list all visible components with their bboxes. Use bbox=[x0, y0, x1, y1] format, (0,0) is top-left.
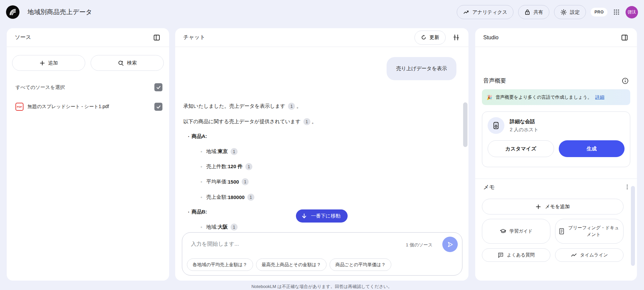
field-value: 大阪 bbox=[218, 224, 228, 230]
arrow-down-icon bbox=[301, 213, 307, 219]
language-banner: 🎉 音声概要をより多くの言語で作成しましょう。 詳細 bbox=[482, 89, 630, 105]
plus-icon bbox=[40, 60, 45, 66]
apps-grid-icon[interactable] bbox=[612, 8, 621, 16]
scroll-to-bottom-button[interactable]: 一番下に移動 bbox=[296, 209, 348, 223]
suggestion-chips: 各地域の平均売上金額は？ 最高売上商品とその金額は？ 商品ごとの平均単価は？ bbox=[187, 258, 391, 271]
source-actions: 追加 検索 bbox=[12, 55, 164, 71]
user-message-bubble: 売り上げデータを表示 bbox=[387, 57, 456, 80]
suggestion-chip[interactable]: 最高売上商品とその金額は？ bbox=[256, 258, 327, 271]
settings-button[interactable]: 設定 bbox=[554, 5, 586, 19]
field-label: 売上金額: bbox=[206, 194, 228, 200]
notebooklm-logo-icon[interactable] bbox=[6, 5, 19, 19]
search-sources-button[interactable]: 検索 bbox=[91, 55, 164, 71]
suggestion-chip[interactable]: 各地域の平均売上金額は？ bbox=[187, 258, 253, 271]
zigzag-line-icon bbox=[571, 252, 577, 258]
customize-button[interactable]: カスタマイズ bbox=[488, 140, 554, 157]
add-source-button[interactable]: 追加 bbox=[12, 55, 85, 71]
party-popper-icon: 🎉 bbox=[487, 95, 492, 100]
assistant-period: 。 bbox=[296, 103, 301, 109]
scroll-to-bottom-label: 一番下に移動 bbox=[311, 213, 340, 219]
deep-dive-card: 詳細な会話 2 人のホスト カスタマイズ 生成 bbox=[482, 111, 630, 167]
chat-input[interactable]: 入力を開始します... bbox=[191, 241, 239, 248]
source-checkbox[interactable] bbox=[154, 103, 162, 111]
search-sources-label: 検索 bbox=[127, 60, 137, 66]
analytics-button[interactable]: アナリティクス bbox=[457, 5, 514, 19]
citation-chip[interactable]: 1 bbox=[231, 148, 238, 155]
citation-chip[interactable]: 1 bbox=[247, 194, 254, 201]
info-icon[interactable] bbox=[620, 75, 631, 87]
assistant-text: 以下の商品に関する売上データが提供されています bbox=[183, 118, 301, 125]
briefing-doc-button[interactable]: ブリーフィング・ドキュメント bbox=[555, 219, 624, 244]
product-name: 商品A: bbox=[192, 133, 207, 140]
faq-button[interactable]: よくある質問 bbox=[482, 248, 550, 262]
audio-overview-title: 音声概要 bbox=[483, 77, 506, 85]
select-all-checkbox[interactable] bbox=[154, 83, 162, 91]
study-guide-button[interactable]: 学習ガイド bbox=[482, 219, 550, 244]
citation-chip[interactable]: 1 bbox=[288, 103, 295, 110]
studio-scrollbar[interactable] bbox=[631, 186, 635, 266]
add-note-label: メモを追加 bbox=[545, 203, 570, 210]
source-count-label: 1 個のソース bbox=[406, 242, 433, 248]
faq-label: よくある質問 bbox=[507, 252, 534, 258]
field-label: 売上件数: bbox=[206, 163, 228, 170]
gear-icon bbox=[560, 9, 567, 15]
chat-settings-icon[interactable] bbox=[450, 32, 462, 43]
refresh-icon bbox=[421, 35, 427, 40]
speech-bubble-icon bbox=[498, 252, 504, 258]
pdf-badge: PDF bbox=[17, 105, 22, 108]
sources-panel: ソース 追加 検索 すべてのソースを選択 PDF 無題のスプレッドシート - bbox=[7, 28, 169, 281]
assistant-line: 以下の商品に関する売上データが提供されています 1 。 bbox=[183, 118, 317, 125]
field-label: 地域: bbox=[206, 148, 218, 155]
send-button[interactable] bbox=[442, 237, 458, 252]
avatar[interactable]: 啓汰 bbox=[626, 6, 638, 18]
select-all-row: すべてのソースを選択 bbox=[7, 81, 169, 93]
product-field: ◦ 地域: 大阪 1 bbox=[201, 224, 239, 231]
timeline-button[interactable]: タイムライン bbox=[555, 248, 624, 262]
studio-header: Studio bbox=[475, 28, 637, 47]
generate-button[interactable]: 生成 bbox=[559, 140, 625, 157]
citation-chip[interactable]: 1 bbox=[303, 118, 310, 125]
suggestion-chip[interactable]: 商品ごとの平均単価は？ bbox=[330, 258, 391, 271]
field-value: 1500 bbox=[228, 179, 239, 185]
speaker-icon bbox=[488, 117, 504, 134]
studio-panel: Studio 音声概要 🎉 音声概要をより多くの言語で作成しましょう。 詳細 詳… bbox=[475, 28, 637, 281]
product-field: ◦ 地域: 東京 1 bbox=[201, 148, 239, 155]
banner-text: 音声概要をより多くの言語で作成しましょう。 bbox=[496, 94, 592, 100]
chat-title: チャット bbox=[183, 34, 205, 41]
notes-title: メモ bbox=[483, 183, 495, 191]
chat-input-card: 入力を開始します... 1 個のソース 各地域の平均売上金額は？ 最高売上商品と… bbox=[182, 232, 462, 276]
assistant-line: 承知いたしました。売上データを表示します 1 。 bbox=[183, 103, 301, 110]
note-buttons-row: 学習ガイド ブリーフィング・ドキュメント bbox=[482, 219, 624, 244]
source-name: 無題のスプレッドシート - シート1.pdf bbox=[28, 104, 109, 110]
collapse-sources-panel-button[interactable] bbox=[151, 32, 162, 43]
product-bullet: · 商品B: bbox=[188, 209, 207, 215]
lock-icon bbox=[525, 9, 530, 15]
collapse-studio-panel-button[interactable] bbox=[619, 32, 630, 43]
source-item-row[interactable]: PDF 無題のスプレッドシート - シート1.pdf bbox=[7, 99, 169, 114]
note-buttons-row: よくある質問 タイムライン bbox=[482, 248, 624, 262]
disclaimer-text: NotebookLM は不正確な場合があります。回答は再確認してください。 bbox=[175, 284, 468, 290]
chat-panel: チャット 更新 売り上げデータを表示 承知いたしました。売上デー bbox=[175, 28, 468, 281]
deep-dive-title: 詳細な会話 bbox=[510, 118, 539, 125]
add-note-button[interactable]: メモを追加 bbox=[482, 199, 624, 214]
chat-header: チャット 更新 bbox=[175, 28, 468, 47]
notebook-title[interactable]: 地域別商品売上データ bbox=[28, 8, 92, 16]
timeline-label: タイムライン bbox=[580, 252, 608, 258]
citation-chip[interactable]: 1 bbox=[231, 224, 238, 231]
top-bar: 地域別商品売上データ アナリティクス 共有 bbox=[0, 0, 644, 24]
product-field: ◦ 売上金額: 180000 1 bbox=[201, 194, 256, 201]
analytics-label: アナリティクス bbox=[473, 9, 507, 15]
chat-scrollbar[interactable] bbox=[463, 102, 467, 147]
graduation-cap-icon bbox=[500, 228, 506, 235]
citation-chip[interactable]: 1 bbox=[242, 178, 249, 185]
share-button[interactable]: 共有 bbox=[518, 5, 549, 19]
field-value: 180000 bbox=[228, 194, 245, 200]
sources-header: ソース bbox=[7, 28, 169, 47]
refresh-chat-button[interactable]: 更新 bbox=[414, 31, 446, 45]
assistant-text: 承知いたしました。売上データを表示します bbox=[183, 103, 285, 109]
deep-dive-subtitle: 2 人のホスト bbox=[510, 127, 539, 133]
citation-chip[interactable]: 1 bbox=[245, 163, 252, 170]
assistant-period: 。 bbox=[312, 118, 317, 125]
pro-badge: PRO bbox=[591, 8, 607, 16]
banner-details-link[interactable]: 詳細 bbox=[595, 94, 604, 100]
